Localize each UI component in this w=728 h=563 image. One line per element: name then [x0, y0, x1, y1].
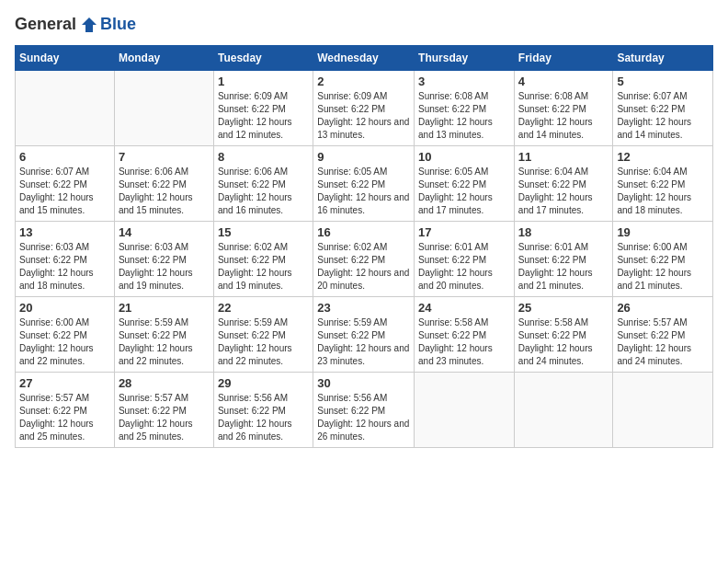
day-info: Sunrise: 6:06 AM Sunset: 6:22 PM Dayligh… — [218, 166, 309, 217]
logo-text-blue: Blue — [100, 15, 136, 34]
day-number: 4 — [518, 75, 609, 88]
calendar-cell: 16Sunrise: 6:02 AM Sunset: 6:22 PM Dayli… — [313, 222, 415, 297]
day-number: 14 — [119, 225, 210, 239]
logo: General Blue — [15, 15, 136, 34]
day-info: Sunrise: 6:03 AM Sunset: 6:22 PM Dayligh… — [119, 241, 210, 293]
day-info: Sunrise: 6:01 AM Sunset: 6:22 PM Dayligh… — [418, 241, 510, 293]
calendar-cell — [613, 373, 713, 448]
day-number: 30 — [317, 376, 410, 390]
logo-icon — [80, 16, 98, 34]
week-row-2: 6Sunrise: 6:07 AM Sunset: 6:22 PM Daylig… — [16, 146, 713, 222]
calendar-cell: 26Sunrise: 5:57 AM Sunset: 6:22 PM Dayli… — [613, 297, 713, 373]
calendar-cell: 7Sunrise: 6:06 AM Sunset: 6:22 PM Daylig… — [114, 146, 213, 222]
calendar-cell: 18Sunrise: 6:01 AM Sunset: 6:22 PM Dayli… — [514, 222, 613, 297]
calendar-cell: 3Sunrise: 6:08 AM Sunset: 6:22 PM Daylig… — [415, 71, 515, 146]
day-number: 16 — [317, 225, 410, 239]
calendar-cell: 24Sunrise: 5:58 AM Sunset: 6:22 PM Dayli… — [415, 297, 515, 373]
day-of-week-monday: Monday — [114, 46, 213, 71]
week-row-1: 1Sunrise: 6:09 AM Sunset: 6:22 PM Daylig… — [16, 71, 713, 146]
day-number: 18 — [518, 225, 609, 239]
week-row-3: 13Sunrise: 6:03 AM Sunset: 6:22 PM Dayli… — [16, 222, 713, 297]
day-info: Sunrise: 5:56 AM Sunset: 6:22 PM Dayligh… — [218, 392, 309, 443]
day-of-week-tuesday: Tuesday — [213, 46, 313, 71]
day-number: 28 — [119, 376, 210, 390]
calendar-cell: 25Sunrise: 5:58 AM Sunset: 6:22 PM Dayli… — [514, 297, 613, 373]
days-of-week-row: SundayMondayTuesdayWednesdayThursdayFrid… — [16, 46, 713, 71]
day-number: 2 — [317, 75, 410, 88]
calendar-table: SundayMondayTuesdayWednesdayThursdayFrid… — [15, 45, 713, 448]
calendar-cell: 9Sunrise: 6:05 AM Sunset: 6:22 PM Daylig… — [313, 146, 415, 222]
calendar-cell: 23Sunrise: 5:59 AM Sunset: 6:22 PM Dayli… — [313, 297, 415, 373]
day-info: Sunrise: 6:05 AM Sunset: 6:22 PM Dayligh… — [418, 166, 510, 217]
day-info: Sunrise: 6:04 AM Sunset: 6:22 PM Dayligh… — [518, 166, 609, 217]
week-row-4: 20Sunrise: 6:00 AM Sunset: 6:22 PM Dayli… — [16, 297, 713, 373]
day-number: 1 — [218, 75, 309, 88]
day-info: Sunrise: 6:08 AM Sunset: 6:22 PM Dayligh… — [418, 90, 510, 142]
day-number: 9 — [317, 150, 410, 164]
calendar-cell: 27Sunrise: 5:57 AM Sunset: 6:22 PM Dayli… — [16, 373, 115, 448]
day-number: 27 — [19, 376, 110, 390]
day-of-week-saturday: Saturday — [613, 46, 713, 71]
day-info: Sunrise: 5:57 AM Sunset: 6:22 PM Dayligh… — [119, 392, 210, 443]
page-header: General Blue — [15, 15, 713, 34]
day-info: Sunrise: 5:57 AM Sunset: 6:22 PM Dayligh… — [617, 316, 709, 368]
calendar-cell: 14Sunrise: 6:03 AM Sunset: 6:22 PM Dayli… — [114, 222, 213, 297]
calendar-cell: 5Sunrise: 6:07 AM Sunset: 6:22 PM Daylig… — [613, 71, 713, 146]
calendar-cell: 12Sunrise: 6:04 AM Sunset: 6:22 PM Dayli… — [613, 146, 713, 222]
calendar-cell: 10Sunrise: 6:05 AM Sunset: 6:22 PM Dayli… — [415, 146, 515, 222]
day-number: 6 — [19, 150, 110, 164]
calendar-cell: 15Sunrise: 6:02 AM Sunset: 6:22 PM Dayli… — [213, 222, 313, 297]
calendar-cell: 28Sunrise: 5:57 AM Sunset: 6:22 PM Dayli… — [114, 373, 213, 448]
day-info: Sunrise: 6:02 AM Sunset: 6:22 PM Dayligh… — [218, 241, 309, 293]
day-of-week-friday: Friday — [514, 46, 613, 71]
day-number: 8 — [218, 150, 309, 164]
calendar-cell: 2Sunrise: 6:09 AM Sunset: 6:22 PM Daylig… — [313, 71, 415, 146]
calendar-cell: 21Sunrise: 5:59 AM Sunset: 6:22 PM Dayli… — [114, 297, 213, 373]
day-info: Sunrise: 6:07 AM Sunset: 6:22 PM Dayligh… — [617, 90, 709, 142]
day-number: 24 — [418, 301, 510, 315]
day-number: 22 — [218, 301, 309, 315]
week-row-5: 27Sunrise: 5:57 AM Sunset: 6:22 PM Dayli… — [16, 373, 713, 448]
day-number: 12 — [617, 150, 709, 164]
day-number: 13 — [19, 225, 110, 239]
day-info: Sunrise: 5:59 AM Sunset: 6:22 PM Dayligh… — [317, 316, 410, 368]
day-info: Sunrise: 5:56 AM Sunset: 6:22 PM Dayligh… — [317, 392, 410, 443]
calendar-cell: 11Sunrise: 6:04 AM Sunset: 6:22 PM Dayli… — [514, 146, 613, 222]
day-number: 20 — [19, 301, 110, 315]
day-info: Sunrise: 6:04 AM Sunset: 6:22 PM Dayligh… — [617, 166, 709, 217]
calendar-cell: 22Sunrise: 5:59 AM Sunset: 6:22 PM Dayli… — [213, 297, 313, 373]
calendar-cell: 30Sunrise: 5:56 AM Sunset: 6:22 PM Dayli… — [313, 373, 415, 448]
day-info: Sunrise: 5:57 AM Sunset: 6:22 PM Dayligh… — [19, 392, 110, 443]
calendar-cell — [514, 373, 613, 448]
calendar-cell: 1Sunrise: 6:09 AM Sunset: 6:22 PM Daylig… — [213, 71, 313, 146]
day-number: 23 — [317, 301, 410, 315]
day-of-week-sunday: Sunday — [16, 46, 115, 71]
day-info: Sunrise: 6:09 AM Sunset: 6:22 PM Dayligh… — [218, 90, 309, 142]
day-number: 17 — [418, 225, 510, 239]
day-info: Sunrise: 6:09 AM Sunset: 6:22 PM Dayligh… — [317, 90, 410, 142]
calendar-cell: 8Sunrise: 6:06 AM Sunset: 6:22 PM Daylig… — [213, 146, 313, 222]
calendar-cell: 13Sunrise: 6:03 AM Sunset: 6:22 PM Dayli… — [16, 222, 115, 297]
calendar-cell — [114, 71, 213, 146]
day-info: Sunrise: 5:58 AM Sunset: 6:22 PM Dayligh… — [518, 316, 609, 368]
day-number: 15 — [218, 225, 309, 239]
day-info: Sunrise: 6:03 AM Sunset: 6:22 PM Dayligh… — [19, 241, 110, 293]
logo-text-general: General — [15, 15, 76, 34]
calendar-cell: 19Sunrise: 6:00 AM Sunset: 6:22 PM Dayli… — [613, 222, 713, 297]
day-number: 25 — [518, 301, 609, 315]
calendar-cell — [415, 373, 515, 448]
day-info: Sunrise: 6:08 AM Sunset: 6:22 PM Dayligh… — [518, 90, 609, 142]
day-info: Sunrise: 6:05 AM Sunset: 6:22 PM Dayligh… — [317, 166, 410, 217]
day-number: 29 — [218, 376, 309, 390]
day-number: 5 — [617, 75, 709, 88]
calendar-cell — [16, 71, 115, 146]
calendar-cell: 4Sunrise: 6:08 AM Sunset: 6:22 PM Daylig… — [514, 71, 613, 146]
day-info: Sunrise: 6:00 AM Sunset: 6:22 PM Dayligh… — [617, 241, 709, 293]
day-number: 21 — [119, 301, 210, 315]
day-info: Sunrise: 6:02 AM Sunset: 6:22 PM Dayligh… — [317, 241, 410, 293]
day-info: Sunrise: 6:06 AM Sunset: 6:22 PM Dayligh… — [119, 166, 210, 217]
day-info: Sunrise: 5:59 AM Sunset: 6:22 PM Dayligh… — [119, 316, 210, 368]
day-info: Sunrise: 6:00 AM Sunset: 6:22 PM Dayligh… — [19, 316, 110, 368]
calendar-cell: 6Sunrise: 6:07 AM Sunset: 6:22 PM Daylig… — [16, 146, 115, 222]
day-info: Sunrise: 6:07 AM Sunset: 6:22 PM Dayligh… — [19, 166, 110, 217]
